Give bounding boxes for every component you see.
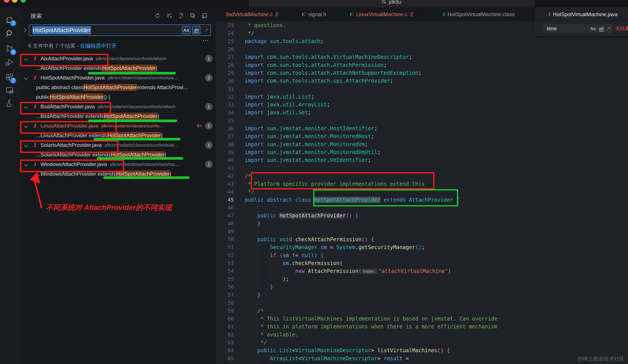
match-post-text: { [164, 152, 166, 158]
summary-text: 6 文件中有 7 个结果 - [28, 43, 80, 49]
file-type-icon: C [302, 11, 306, 17]
code-line: 31 [216, 85, 628, 93]
token: . [276, 70, 279, 76]
annotation-red-box [20, 102, 111, 115]
code-line: 26 [216, 45, 628, 53]
token: ( [340, 260, 343, 266]
token: sun [279, 78, 289, 84]
token: = [327, 244, 336, 250]
clear-search-results-icon[interactable] [165, 12, 173, 20]
code-line: 61 * this in platform implementations wh… [216, 323, 628, 331]
annotation-green-underline [88, 72, 176, 74]
token [305, 268, 308, 274]
token: List [299, 94, 311, 100]
search-result-match-row[interactable]: public HotSpotAttachProvider() { [19, 92, 215, 102]
token: jvmstat [279, 157, 302, 163]
line-number: 29 [216, 70, 234, 76]
token: import [245, 109, 264, 116]
activitybar-explorer[interactable]: 7 [0, 13, 19, 27]
find-match-case-toggle[interactable]: Aa [590, 26, 596, 31]
open-in-editor-link[interactable]: 在编辑器中打开 [80, 43, 117, 49]
activitybar-testing[interactable] [0, 96, 19, 110]
activitybar-source-control[interactable]: 5 [0, 42, 19, 56]
token [292, 236, 295, 242]
line-number: 30 [216, 78, 234, 84]
annotation-red-box [20, 54, 108, 67]
line-number: 39 [216, 149, 234, 155]
line-number: 61 [216, 324, 234, 329]
toggle-search-details[interactable]: ⋯ [202, 36, 209, 44]
open-new-search-editor-icon[interactable] [177, 12, 185, 20]
match-case-toggle[interactable]: Aa [182, 26, 190, 34]
token: . [295, 94, 298, 100]
line-number: 47 [216, 213, 234, 218]
tab-signal-h[interactable]: Csignal.h [288, 7, 340, 21]
java-file-icon: J [33, 75, 36, 81]
code-line: 36import sun.jvmstat.monitor.HostIdentif… [216, 125, 628, 132]
result-file-path: jdk/src/solaris/classes/sun/tools/at... [105, 143, 205, 148]
token: SecurityManager [270, 244, 317, 250]
whole-word-toggle[interactable]: ab [192, 26, 200, 34]
line-number: 55 [216, 276, 234, 282]
token: ; [327, 102, 330, 108]
tab-3sdvirtualmachine-c[interactable]: 3sdVirtualMachine.c2 [216, 7, 288, 21]
explorer-badge: 7 [10, 20, 16, 26]
token: import [245, 157, 264, 163]
traffic-light-minimize[interactable] [12, 0, 17, 3]
whole-word-label: ab [194, 27, 199, 33]
line-number: 37 [216, 134, 234, 139]
line-number: 63 [216, 340, 234, 345]
find-whole-word-toggle[interactable]: ab [599, 26, 604, 31]
line-text: */ [245, 30, 254, 36]
token: ; [320, 38, 324, 44]
token: . [276, 62, 279, 68]
token [352, 213, 355, 219]
token: */ [245, 30, 254, 36]
token: ) [314, 252, 317, 258]
code-line: 30import com.sun.tools.attach.spi.Attach… [216, 77, 628, 85]
line-text: */ [245, 189, 254, 195]
find-input[interactable]: time Aa ab .* [544, 24, 612, 33]
find-query-text: time [547, 26, 587, 32]
line-text: if (sm != null) { [245, 252, 324, 258]
activitybar-extensions[interactable]: 7 [0, 70, 19, 84]
line-number: 51 [216, 244, 234, 250]
token: AttachPermission [333, 62, 384, 68]
line-number: 27 [216, 54, 234, 60]
token: monitor [305, 157, 327, 163]
traffic-light-close[interactable] [4, 0, 9, 3]
token: ) [448, 268, 451, 274]
line-text: public void checkAttachPermission() { [245, 236, 374, 242]
token: VirtualMachineDescriptor [295, 347, 371, 354]
match-post-text: { [170, 171, 171, 177]
collapse-all-icon[interactable] [189, 12, 197, 20]
sidebar-title: 搜索 [31, 12, 42, 20]
token: import [245, 54, 264, 60]
tab-hotspotvirtualmachine-class[interactable]: JHotSpotVirtualMachine.class [423, 7, 535, 21]
token [264, 78, 267, 84]
activitybar-search[interactable] [0, 27, 19, 41]
line-number: 35 [216, 118, 234, 123]
token: . [302, 141, 305, 147]
match-highlight: HotSpotAttachProvider [50, 93, 104, 100]
token: void [279, 236, 292, 242]
search-input[interactable]: HotSpotAttachProvider Aa ab .* [29, 24, 211, 36]
regex-toggle[interactable]: .* [202, 26, 210, 34]
line-text: import sun.jvmstat.monitor.HostIdentifie… [245, 125, 377, 132]
refresh-icon[interactable] [154, 12, 161, 20]
toggle-replace-chevron-icon[interactable] [22, 28, 27, 33]
find-regex-toggle[interactable]: .* [607, 26, 610, 31]
search-result-match-row[interactable]: public abstract class HotSpotAttachProvi… [19, 82, 215, 92]
tab-hotspotvirtualmachine-java[interactable]: JHotSpotVirtualMachine.java [535, 7, 628, 21]
tab-linuxvirtualmachine-c[interactable]: CLinuxVirtualMachine.c2 [340, 7, 423, 21]
activitybar-remote-explorer[interactable] [0, 83, 19, 97]
token: sun [267, 141, 276, 147]
traffic-light-zoom[interactable] [20, 0, 26, 3]
token: . [302, 133, 305, 139]
activitybar-run-debug[interactable] [0, 55, 19, 69]
find-status-text: 无结果 [615, 25, 628, 32]
command-center[interactable]: jdk8u [249, 0, 534, 7]
view-as-tree-icon[interactable] [201, 12, 208, 20]
token: . [327, 125, 330, 132]
find-widget: time Aa ab .* 无结果 [535, 22, 628, 36]
